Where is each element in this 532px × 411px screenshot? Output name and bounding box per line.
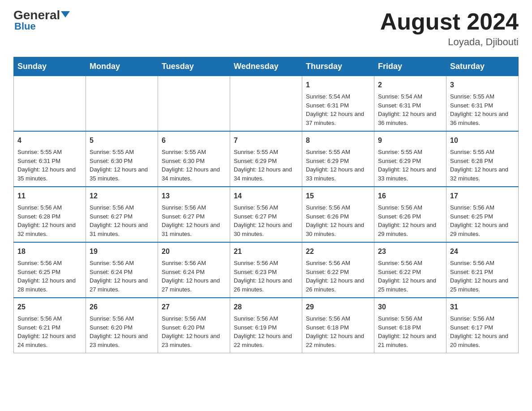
day-number: 31 bbox=[450, 302, 515, 313]
calendar-cell: 4Sunrise: 5:55 AMSunset: 6:31 PMDaylight… bbox=[14, 131, 86, 187]
day-info: Sunset: 6:30 PM bbox=[90, 157, 154, 166]
calendar-cell: 26Sunrise: 5:56 AMSunset: 6:20 PMDayligh… bbox=[86, 298, 158, 353]
day-info: Daylight: 12 hours and 28 minutes. bbox=[17, 276, 82, 294]
day-number: 3 bbox=[450, 80, 515, 90]
day-info: Sunrise: 5:56 AM bbox=[306, 259, 370, 268]
logo-blue: Blue bbox=[14, 21, 36, 32]
day-number: 18 bbox=[17, 246, 82, 257]
day-info: Sunset: 6:27 PM bbox=[234, 212, 298, 221]
day-info: Daylight: 12 hours and 27 minutes. bbox=[90, 276, 154, 294]
calendar-header-row: Sunday Monday Tuesday Wednesday Thursday… bbox=[14, 57, 519, 76]
day-info: Daylight: 12 hours and 34 minutes. bbox=[234, 165, 298, 183]
day-number: 26 bbox=[90, 302, 154, 313]
cell-content: 1Sunrise: 5:54 AMSunset: 6:31 PMDaylight… bbox=[306, 80, 370, 127]
calendar-cell: 21Sunrise: 5:56 AMSunset: 6:23 PMDayligh… bbox=[230, 242, 302, 298]
cell-content: 11Sunrise: 5:56 AMSunset: 6:28 PMDayligh… bbox=[17, 191, 82, 238]
day-info: Sunset: 6:30 PM bbox=[162, 157, 226, 166]
day-info: Sunset: 6:21 PM bbox=[17, 323, 82, 332]
cell-content: 17Sunrise: 5:56 AMSunset: 6:25 PMDayligh… bbox=[450, 191, 515, 238]
day-info: Sunset: 6:24 PM bbox=[90, 268, 154, 277]
cell-content: 13Sunrise: 5:56 AMSunset: 6:27 PMDayligh… bbox=[162, 191, 226, 238]
day-info: Sunrise: 5:56 AM bbox=[90, 259, 154, 268]
cell-content: 19Sunrise: 5:56 AMSunset: 6:24 PMDayligh… bbox=[90, 246, 154, 294]
day-info: Daylight: 12 hours and 31 minutes. bbox=[90, 221, 154, 238]
day-number: 19 bbox=[90, 246, 154, 257]
cell-content: 10Sunrise: 5:55 AMSunset: 6:28 PMDayligh… bbox=[450, 135, 515, 183]
day-number: 20 bbox=[162, 246, 226, 257]
day-number: 16 bbox=[378, 191, 442, 201]
day-info: Daylight: 12 hours and 25 minutes. bbox=[378, 276, 442, 294]
day-info: Daylight: 12 hours and 21 minutes. bbox=[378, 332, 442, 349]
day-info: Daylight: 12 hours and 36 minutes. bbox=[378, 110, 442, 127]
day-info: Daylight: 12 hours and 20 minutes. bbox=[450, 332, 515, 349]
day-info: Daylight: 12 hours and 26 minutes. bbox=[306, 276, 370, 294]
day-info: Sunrise: 5:56 AM bbox=[378, 314, 442, 323]
cell-content: 20Sunrise: 5:56 AMSunset: 6:24 PMDayligh… bbox=[162, 246, 226, 294]
day-info: Sunrise: 5:55 AM bbox=[306, 148, 370, 157]
day-info: Sunrise: 5:56 AM bbox=[162, 259, 226, 268]
week-row-5: 25Sunrise: 5:56 AMSunset: 6:21 PMDayligh… bbox=[14, 298, 519, 353]
day-number: 30 bbox=[378, 302, 442, 313]
day-number: 17 bbox=[450, 191, 515, 201]
cell-content: 6Sunrise: 5:55 AMSunset: 6:30 PMDaylight… bbox=[162, 135, 226, 183]
day-number: 1 bbox=[306, 80, 370, 90]
title-area: August 2024 Loyada, Djibouti bbox=[380, 9, 519, 48]
day-info: Daylight: 12 hours and 36 minutes. bbox=[450, 110, 515, 127]
calendar-table: Sunday Monday Tuesday Wednesday Thursday… bbox=[13, 57, 519, 353]
day-info: Sunset: 6:29 PM bbox=[234, 157, 298, 166]
cell-content: 16Sunrise: 5:56 AMSunset: 6:26 PMDayligh… bbox=[378, 191, 442, 238]
day-info: Sunrise: 5:55 AM bbox=[90, 148, 154, 157]
calendar-cell: 7Sunrise: 5:55 AMSunset: 6:29 PMDaylight… bbox=[230, 131, 302, 187]
day-info: Sunrise: 5:55 AM bbox=[234, 148, 298, 157]
day-info: Sunrise: 5:56 AM bbox=[234, 203, 298, 212]
day-info: Sunset: 6:25 PM bbox=[17, 268, 82, 277]
day-info: Sunset: 6:21 PM bbox=[450, 268, 515, 277]
day-info: Daylight: 12 hours and 35 minutes. bbox=[17, 165, 82, 183]
day-info: Daylight: 12 hours and 22 minutes. bbox=[306, 332, 370, 349]
day-info: Sunset: 6:27 PM bbox=[90, 212, 154, 221]
day-info: Sunrise: 5:56 AM bbox=[234, 314, 298, 323]
day-info: Sunrise: 5:55 AM bbox=[162, 148, 226, 157]
cell-content: 18Sunrise: 5:56 AMSunset: 6:25 PMDayligh… bbox=[17, 246, 82, 294]
day-info: Sunset: 6:27 PM bbox=[162, 212, 226, 221]
day-info: Sunrise: 5:55 AM bbox=[450, 148, 515, 157]
calendar-cell: 9Sunrise: 5:55 AMSunset: 6:29 PMDaylight… bbox=[374, 131, 446, 187]
day-info: Sunrise: 5:55 AM bbox=[378, 148, 442, 157]
day-info: Sunrise: 5:56 AM bbox=[450, 203, 515, 212]
day-info: Sunset: 6:19 PM bbox=[234, 323, 298, 332]
calendar-cell: 6Sunrise: 5:55 AMSunset: 6:30 PMDaylight… bbox=[158, 131, 230, 187]
day-number: 28 bbox=[234, 302, 298, 313]
calendar-cell: 15Sunrise: 5:56 AMSunset: 6:26 PMDayligh… bbox=[302, 187, 374, 242]
day-info: Sunrise: 5:56 AM bbox=[450, 314, 515, 323]
day-number: 10 bbox=[450, 135, 515, 146]
day-info: Sunrise: 5:56 AM bbox=[162, 314, 226, 323]
calendar-cell bbox=[86, 76, 158, 132]
calendar-cell: 25Sunrise: 5:56 AMSunset: 6:21 PMDayligh… bbox=[14, 298, 86, 353]
logo: General Blue bbox=[13, 9, 70, 32]
day-info: Sunset: 6:31 PM bbox=[450, 101, 515, 110]
calendar-cell: 28Sunrise: 5:56 AMSunset: 6:19 PMDayligh… bbox=[230, 298, 302, 353]
cell-content: 30Sunrise: 5:56 AMSunset: 6:18 PMDayligh… bbox=[378, 302, 442, 349]
cell-content: 31Sunrise: 5:56 AMSunset: 6:17 PMDayligh… bbox=[450, 302, 515, 349]
day-number: 23 bbox=[378, 246, 442, 257]
calendar-cell bbox=[14, 76, 86, 132]
day-number: 29 bbox=[306, 302, 370, 313]
location: Loyada, Djibouti bbox=[380, 36, 519, 48]
calendar-cell: 20Sunrise: 5:56 AMSunset: 6:24 PMDayligh… bbox=[158, 242, 230, 298]
cell-content: 15Sunrise: 5:56 AMSunset: 6:26 PMDayligh… bbox=[306, 191, 370, 238]
calendar-cell: 17Sunrise: 5:56 AMSunset: 6:25 PMDayligh… bbox=[446, 187, 519, 242]
col-saturday: Saturday bbox=[446, 57, 519, 76]
day-info: Daylight: 12 hours and 32 minutes. bbox=[17, 221, 82, 238]
day-info: Sunset: 6:28 PM bbox=[17, 212, 82, 221]
day-info: Daylight: 12 hours and 35 minutes. bbox=[90, 165, 154, 183]
cell-content: 27Sunrise: 5:56 AMSunset: 6:20 PMDayligh… bbox=[162, 302, 226, 349]
day-number: 27 bbox=[162, 302, 226, 313]
cell-content: 3Sunrise: 5:55 AMSunset: 6:31 PMDaylight… bbox=[450, 80, 515, 127]
day-info: Sunrise: 5:55 AM bbox=[17, 148, 82, 157]
cell-content: 8Sunrise: 5:55 AMSunset: 6:29 PMDaylight… bbox=[306, 135, 370, 183]
day-info: Daylight: 12 hours and 30 minutes. bbox=[234, 221, 298, 238]
cell-content: 14Sunrise: 5:56 AMSunset: 6:27 PMDayligh… bbox=[234, 191, 298, 238]
col-friday: Friday bbox=[374, 57, 446, 76]
day-info: Sunrise: 5:56 AM bbox=[306, 203, 370, 212]
page-header: General Blue August 2024 Loyada, Djibout… bbox=[13, 9, 519, 48]
